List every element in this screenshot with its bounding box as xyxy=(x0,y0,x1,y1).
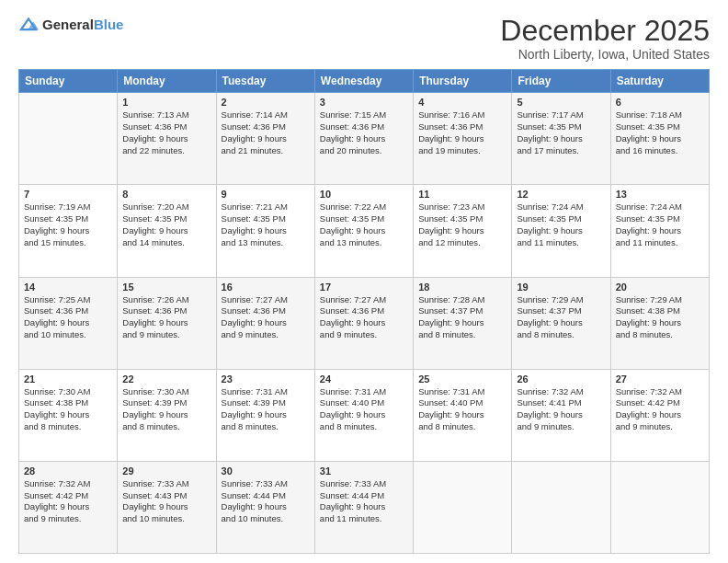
header-wednesday: Wednesday xyxy=(314,70,413,93)
table-row xyxy=(414,461,512,553)
table-row: 8Sunrise: 7:20 AMSunset: 4:35 PMDaylight… xyxy=(118,185,216,277)
day-number: 19 xyxy=(517,282,605,293)
title-block: December 2025 North Liberty, Iowa, Unite… xyxy=(500,15,710,62)
calendar-week-row: 7Sunrise: 7:19 AMSunset: 4:35 PMDaylight… xyxy=(19,185,710,277)
day-number: 2 xyxy=(222,97,310,108)
day-number: 20 xyxy=(616,282,704,293)
day-number: 10 xyxy=(320,189,408,200)
day-info: Sunrise: 7:24 AMSunset: 4:35 PMDaylight:… xyxy=(616,201,704,248)
day-info: Sunrise: 7:23 AMSunset: 4:35 PMDaylight:… xyxy=(418,201,506,248)
table-row xyxy=(512,461,610,553)
day-number: 31 xyxy=(320,465,408,477)
day-number: 18 xyxy=(418,282,506,293)
table-row: 13Sunrise: 7:24 AMSunset: 4:35 PMDayligh… xyxy=(610,185,709,277)
day-number: 3 xyxy=(320,97,408,108)
table-row: 2Sunrise: 7:14 AMSunset: 4:36 PMDaylight… xyxy=(216,93,314,185)
header-tuesday: Tuesday xyxy=(216,70,314,93)
day-info: Sunrise: 7:13 AMSunset: 4:36 PMDaylight:… xyxy=(122,109,210,156)
day-number: 16 xyxy=(222,282,310,293)
day-info: Sunrise: 7:32 AMSunset: 4:41 PMDaylight:… xyxy=(517,386,605,433)
day-number: 4 xyxy=(418,97,506,108)
logo: GeneralBlue xyxy=(18,15,123,35)
day-number: 11 xyxy=(418,189,506,200)
page: GeneralBlue December 2025 North Liberty,… xyxy=(0,0,728,563)
day-info: Sunrise: 7:29 AMSunset: 4:38 PMDaylight:… xyxy=(616,294,704,341)
table-row: 17Sunrise: 7:27 AMSunset: 4:36 PMDayligh… xyxy=(314,277,413,369)
header-monday: Monday xyxy=(118,70,216,93)
table-row: 25Sunrise: 7:31 AMSunset: 4:40 PMDayligh… xyxy=(414,369,512,461)
table-row: 20Sunrise: 7:29 AMSunset: 4:38 PMDayligh… xyxy=(610,277,709,369)
table-row: 30Sunrise: 7:33 AMSunset: 4:44 PMDayligh… xyxy=(216,461,314,553)
day-number: 26 xyxy=(517,373,605,385)
day-info: Sunrise: 7:28 AMSunset: 4:37 PMDaylight:… xyxy=(418,294,506,341)
day-info: Sunrise: 7:31 AMSunset: 4:39 PMDaylight:… xyxy=(222,386,310,433)
table-row: 31Sunrise: 7:33 AMSunset: 4:44 PMDayligh… xyxy=(314,461,413,553)
table-row: 29Sunrise: 7:33 AMSunset: 4:43 PMDayligh… xyxy=(118,461,216,553)
day-number: 13 xyxy=(616,189,704,200)
calendar-week-row: 28Sunrise: 7:32 AMSunset: 4:42 PMDayligh… xyxy=(19,461,710,553)
calendar-table: Sunday Monday Tuesday Wednesday Thursday… xyxy=(18,69,710,554)
day-info: Sunrise: 7:20 AMSunset: 4:35 PMDaylight:… xyxy=(122,201,210,248)
table-row xyxy=(610,461,709,553)
table-row: 21Sunrise: 7:30 AMSunset: 4:38 PMDayligh… xyxy=(19,369,118,461)
table-row: 22Sunrise: 7:30 AMSunset: 4:39 PMDayligh… xyxy=(118,369,216,461)
table-row: 10Sunrise: 7:22 AMSunset: 4:35 PMDayligh… xyxy=(314,185,413,277)
day-info: Sunrise: 7:19 AMSunset: 4:35 PMDaylight:… xyxy=(24,201,112,248)
day-info: Sunrise: 7:18 AMSunset: 4:35 PMDaylight:… xyxy=(616,109,704,156)
table-row: 1Sunrise: 7:13 AMSunset: 4:36 PMDaylight… xyxy=(118,93,216,185)
day-info: Sunrise: 7:25 AMSunset: 4:36 PMDaylight:… xyxy=(24,294,112,341)
day-number: 21 xyxy=(24,373,112,385)
day-number: 29 xyxy=(122,465,210,477)
calendar-header-row: Sunday Monday Tuesday Wednesday Thursday… xyxy=(19,70,710,93)
day-info: Sunrise: 7:33 AMSunset: 4:44 PMDaylight:… xyxy=(320,478,408,525)
day-number: 25 xyxy=(418,373,506,385)
table-row: 4Sunrise: 7:16 AMSunset: 4:36 PMDaylight… xyxy=(414,93,512,185)
table-row: 6Sunrise: 7:18 AMSunset: 4:35 PMDaylight… xyxy=(610,93,709,185)
table-row: 15Sunrise: 7:26 AMSunset: 4:36 PMDayligh… xyxy=(118,277,216,369)
calendar-week-row: 21Sunrise: 7:30 AMSunset: 4:38 PMDayligh… xyxy=(19,369,710,461)
header-saturday: Saturday xyxy=(610,70,709,93)
day-info: Sunrise: 7:14 AMSunset: 4:36 PMDaylight:… xyxy=(222,109,310,156)
day-number: 6 xyxy=(616,97,704,108)
logo-general: General xyxy=(42,17,94,32)
day-info: Sunrise: 7:27 AMSunset: 4:36 PMDaylight:… xyxy=(320,294,408,341)
day-info: Sunrise: 7:17 AMSunset: 4:35 PMDaylight:… xyxy=(517,109,605,156)
main-title: December 2025 xyxy=(500,15,710,47)
day-info: Sunrise: 7:30 AMSunset: 4:38 PMDaylight:… xyxy=(24,386,112,433)
day-info: Sunrise: 7:27 AMSunset: 4:36 PMDaylight:… xyxy=(222,294,310,341)
logo-icon xyxy=(18,15,39,35)
day-number: 14 xyxy=(24,282,112,293)
day-number: 15 xyxy=(122,282,210,293)
calendar-week-row: 14Sunrise: 7:25 AMSunset: 4:36 PMDayligh… xyxy=(19,277,710,369)
table-row: 16Sunrise: 7:27 AMSunset: 4:36 PMDayligh… xyxy=(216,277,314,369)
day-number: 30 xyxy=(222,465,310,477)
table-row: 19Sunrise: 7:29 AMSunset: 4:37 PMDayligh… xyxy=(512,277,610,369)
day-info: Sunrise: 7:32 AMSunset: 4:42 PMDaylight:… xyxy=(616,386,704,433)
table-row: 9Sunrise: 7:21 AMSunset: 4:35 PMDaylight… xyxy=(216,185,314,277)
day-info: Sunrise: 7:30 AMSunset: 4:39 PMDaylight:… xyxy=(122,386,210,433)
header: GeneralBlue December 2025 North Liberty,… xyxy=(18,15,710,62)
day-info: Sunrise: 7:33 AMSunset: 4:43 PMDaylight:… xyxy=(122,478,210,525)
logo-text: GeneralBlue xyxy=(42,17,123,32)
table-row: 5Sunrise: 7:17 AMSunset: 4:35 PMDaylight… xyxy=(512,93,610,185)
logo-blue: Blue xyxy=(94,17,124,32)
day-info: Sunrise: 7:31 AMSunset: 4:40 PMDaylight:… xyxy=(320,386,408,433)
table-row: 3Sunrise: 7:15 AMSunset: 4:36 PMDaylight… xyxy=(314,93,413,185)
table-row: 7Sunrise: 7:19 AMSunset: 4:35 PMDaylight… xyxy=(19,185,118,277)
day-number: 7 xyxy=(24,189,112,200)
day-number: 9 xyxy=(222,189,310,200)
header-thursday: Thursday xyxy=(414,70,512,93)
day-info: Sunrise: 7:15 AMSunset: 4:36 PMDaylight:… xyxy=(320,109,408,156)
table-row: 18Sunrise: 7:28 AMSunset: 4:37 PMDayligh… xyxy=(414,277,512,369)
day-info: Sunrise: 7:22 AMSunset: 4:35 PMDaylight:… xyxy=(320,201,408,248)
day-info: Sunrise: 7:16 AMSunset: 4:36 PMDaylight:… xyxy=(418,109,506,156)
day-info: Sunrise: 7:29 AMSunset: 4:37 PMDaylight:… xyxy=(517,294,605,341)
table-row: 23Sunrise: 7:31 AMSunset: 4:39 PMDayligh… xyxy=(216,369,314,461)
day-number: 27 xyxy=(616,373,704,385)
calendar-week-row: 1Sunrise: 7:13 AMSunset: 4:36 PMDaylight… xyxy=(19,93,710,185)
header-friday: Friday xyxy=(512,70,610,93)
day-number: 5 xyxy=(517,97,605,108)
table-row: 27Sunrise: 7:32 AMSunset: 4:42 PMDayligh… xyxy=(610,369,709,461)
table-row: 24Sunrise: 7:31 AMSunset: 4:40 PMDayligh… xyxy=(314,369,413,461)
day-number: 23 xyxy=(222,373,310,385)
